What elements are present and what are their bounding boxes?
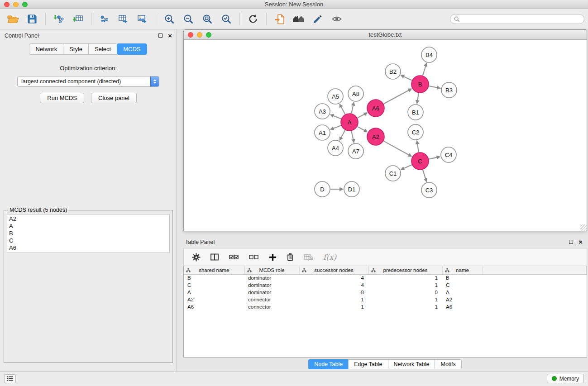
graph-node-A5[interactable]: A5 bbox=[328, 89, 343, 104]
graph-node-A1[interactable]: A1 bbox=[315, 125, 330, 140]
graph-edge-A-A3[interactable] bbox=[333, 116, 341, 119]
export-table-icon[interactable] bbox=[114, 11, 133, 27]
eye-icon[interactable] bbox=[327, 11, 346, 27]
graph-edge-A6-B[interactable] bbox=[384, 90, 409, 104]
graph-edge-A-A7[interactable] bbox=[351, 131, 353, 140]
zoom-out-icon[interactable] bbox=[179, 11, 198, 27]
graph-node-C3[interactable]: C3 bbox=[421, 182, 437, 198]
network-zoom-icon[interactable] bbox=[206, 32, 211, 38]
graph-node-A2[interactable]: A2 bbox=[367, 128, 384, 145]
show-column-icon[interactable] bbox=[210, 253, 219, 261]
panel-toggle-icon[interactable] bbox=[4, 374, 16, 383]
criterion-dropdown[interactable]: largest connected component (directed) bbox=[17, 76, 159, 87]
graph-edge-B-B3[interactable] bbox=[429, 86, 438, 88]
table-row[interactable]: A6connector11A6 bbox=[184, 303, 587, 310]
apply-layout-icon[interactable] bbox=[244, 11, 263, 27]
mcds-result-list[interactable]: A2ABCA6 bbox=[7, 214, 170, 253]
add-column-icon[interactable] bbox=[269, 253, 277, 261]
close-panel-button[interactable]: Close panel bbox=[91, 93, 137, 103]
graph-edge-A2-C[interactable] bbox=[384, 141, 409, 155]
mcds-result-item[interactable]: C bbox=[7, 237, 169, 244]
toolbar-search[interactable] bbox=[450, 14, 584, 24]
export-network-icon[interactable] bbox=[95, 11, 114, 27]
mcds-result-item[interactable]: A2 bbox=[7, 215, 169, 223]
column-header-mcds-role[interactable]: MCDS role bbox=[244, 266, 299, 274]
graph-edge-C-C4[interactable] bbox=[429, 157, 437, 159]
network-window-titlebar[interactable]: testGlobe.txt bbox=[184, 30, 587, 40]
graph-edge-A-A4[interactable] bbox=[341, 130, 345, 138]
zoom-in-icon[interactable] bbox=[160, 11, 179, 27]
import-network-icon[interactable] bbox=[49, 11, 68, 27]
mcds-result-item[interactable]: A bbox=[7, 223, 169, 230]
graph-node-D[interactable]: D bbox=[315, 181, 330, 197]
graph-node-B1[interactable]: B1 bbox=[408, 105, 423, 120]
graph-edge-B-B4[interactable] bbox=[423, 66, 425, 76]
export-image-icon[interactable] bbox=[133, 11, 152, 27]
tab-motifs[interactable]: Motifs bbox=[435, 359, 461, 369]
tab-edge-table[interactable]: Edge Table bbox=[348, 359, 388, 369]
column-header-successor-nodes[interactable]: successor nodes bbox=[299, 266, 368, 274]
save-session-icon[interactable] bbox=[23, 11, 42, 27]
graph-node-B3[interactable]: B3 bbox=[441, 82, 457, 98]
home-icon[interactable] bbox=[289, 11, 308, 27]
close-table-panel-icon[interactable]: × bbox=[578, 238, 583, 245]
search-input[interactable] bbox=[462, 16, 580, 22]
graph-edge-A-A6[interactable] bbox=[358, 114, 365, 118]
zoom-fit-icon[interactable] bbox=[198, 11, 217, 27]
graph-node-A8[interactable]: A8 bbox=[348, 86, 363, 101]
tab-network[interactable]: Network bbox=[29, 43, 63, 55]
import-table-icon[interactable] bbox=[68, 11, 87, 27]
function-builder-icon[interactable]: f(x) bbox=[323, 253, 336, 262]
graph-edge-A-A5[interactable] bbox=[341, 107, 345, 114]
run-mcds-button[interactable]: Run MCDS bbox=[40, 93, 84, 103]
graph-node-A6[interactable]: A6 bbox=[367, 100, 384, 117]
table-row[interactable]: A2connector11A2 bbox=[184, 296, 587, 303]
network-graph[interactable]: B4B2BB3A5A8A6B1A3AC2A1A2A4A7C4CC1C3DD1 bbox=[184, 40, 587, 231]
delete-column-icon[interactable] bbox=[287, 253, 294, 261]
graph-edge-B-B1[interactable] bbox=[417, 93, 419, 101]
graph-edge-A-A2[interactable] bbox=[358, 127, 365, 131]
table-row[interactable]: Cdominator41C bbox=[184, 281, 587, 289]
gear-icon[interactable] bbox=[192, 253, 201, 262]
column-header-shared-name[interactable]: shared name bbox=[184, 266, 244, 274]
network-canvas[interactable]: B4B2BB3A5A8A6B1A3AC2A1A2A4A7C4CC1C3DD1 bbox=[184, 40, 587, 231]
graph-node-C2[interactable]: C2 bbox=[408, 124, 423, 140]
tab-mcds[interactable]: MCDS bbox=[117, 43, 147, 55]
graph-edge-A-A1[interactable] bbox=[333, 125, 341, 129]
graph-node-B4[interactable]: B4 bbox=[421, 47, 437, 62]
graph-node-B2[interactable]: B2 bbox=[385, 64, 401, 79]
network-close-icon[interactable] bbox=[188, 32, 193, 38]
mcds-result-item[interactable]: A6 bbox=[7, 244, 169, 252]
graph-node-C1[interactable]: C1 bbox=[385, 166, 401, 181]
mcds-result-item[interactable]: B bbox=[7, 230, 169, 237]
graph-node-D1[interactable]: D1 bbox=[344, 181, 359, 197]
graph-node-A[interactable]: A bbox=[341, 114, 358, 131]
memory-button[interactable]: Memory bbox=[547, 374, 584, 383]
column-header-name[interactable]: name bbox=[442, 266, 483, 274]
node-table[interactable]: shared name MCDS role successor nodes bbox=[183, 266, 587, 357]
float-table-panel-icon[interactable] bbox=[569, 240, 573, 244]
graph-edge-C-C2[interactable] bbox=[417, 144, 419, 152]
network-minimize-icon[interactable] bbox=[197, 32, 202, 38]
table-row[interactable]: Bdominator41B bbox=[184, 274, 587, 281]
graph-edge-A-A8[interactable] bbox=[351, 105, 353, 113]
graph-node-A3[interactable]: A3 bbox=[315, 104, 330, 119]
tab-select[interactable]: Select bbox=[88, 43, 117, 55]
close-panel-icon[interactable]: × bbox=[168, 32, 172, 39]
graph-node-A7[interactable]: A7 bbox=[348, 143, 363, 159]
zoom-selected-icon[interactable] bbox=[217, 11, 236, 27]
open-session-icon[interactable] bbox=[4, 11, 23, 27]
window-resize-grip[interactable] bbox=[580, 224, 587, 231]
delete-table-icon[interactable] bbox=[304, 254, 313, 260]
tab-node-table[interactable]: Node Table bbox=[308, 359, 349, 369]
graph-edge-C-C3[interactable] bbox=[423, 170, 425, 179]
column-header-predecessor-nodes[interactable]: predecessor nodes bbox=[368, 266, 442, 274]
tab-network-table[interactable]: Network Table bbox=[388, 359, 435, 369]
float-panel-icon[interactable] bbox=[158, 33, 163, 38]
select-all-columns-icon[interactable] bbox=[229, 254, 239, 260]
graph-node-C4[interactable]: C4 bbox=[441, 147, 456, 162]
graph-edge-C-C1[interactable] bbox=[404, 165, 412, 168]
tab-style[interactable]: Style bbox=[63, 43, 89, 55]
graph-edge-B-B2[interactable] bbox=[404, 76, 412, 81]
graph-node-A4[interactable]: A4 bbox=[328, 140, 343, 156]
